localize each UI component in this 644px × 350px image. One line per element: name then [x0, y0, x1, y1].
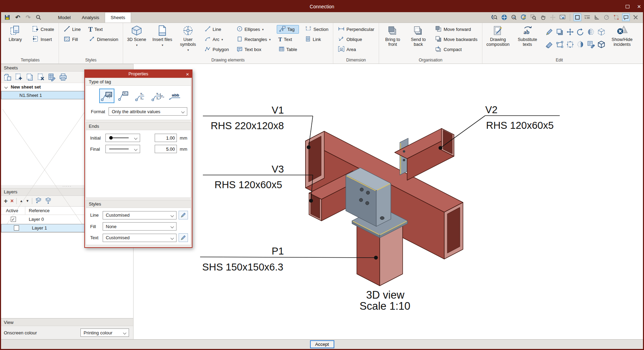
draw-line-button[interactable]: Line: [203, 25, 231, 34]
draw-rectangles-button[interactable]: Rectangles ▾: [235, 35, 273, 44]
draw-text-box-button[interactable]: Text box: [235, 45, 273, 54]
redraw-icon[interactable]: [520, 14, 527, 21]
substitute-texts-button[interactable]: ab Substitute texts: [515, 24, 540, 47]
final-end-style-select[interactable]: [105, 145, 140, 153]
drawing-composition-button[interactable]: Drawing composition: [485, 24, 511, 47]
insert-template-button[interactable]: Insert: [30, 35, 56, 44]
edit-cube-icon[interactable]: [597, 40, 606, 50]
tag-type-along-line-button[interactable]: abb: [167, 89, 182, 103]
zoom-window-icon[interactable]: [530, 14, 537, 21]
edit-duplicate-icon[interactable]: [556, 28, 564, 37]
draw-section-button[interactable]: SS Section: [303, 25, 330, 34]
insert-files-button[interactable]: Insert files ▾: [152, 24, 173, 48]
protractor-toggle-icon[interactable]: [603, 14, 610, 21]
new-sheet-set-icon[interactable]: [3, 73, 12, 82]
create-template-button[interactable]: Create: [30, 25, 56, 34]
layer-active-checkbox[interactable]: ✓: [14, 225, 19, 231]
fill-style-button[interactable]: Fill: [62, 35, 83, 44]
edit-cube-dashed-icon[interactable]: [597, 28, 606, 37]
move-forward-button[interactable]: Move forward: [433, 25, 479, 34]
edit-rotate-icon[interactable]: [576, 28, 585, 37]
edit-eraser-icon[interactable]: [545, 40, 553, 50]
3d-scene-button[interactable]: 3D Scene ▾: [126, 24, 147, 48]
draw-text-button[interactable]: T Text: [277, 35, 299, 44]
bring-to-front-button[interactable]: Bring to front: [382, 24, 403, 47]
show-hide-incidents-button[interactable]: Show/Hide incidents: [611, 24, 634, 47]
search-icon[interactable]: [35, 14, 42, 21]
expander-chevron-icon[interactable]: [5, 85, 8, 89]
rectangles-dropdown-icon[interactable]: ▾: [269, 38, 271, 41]
tag-type-fraction-side-button[interactable]: T₁T₂T₃: [150, 89, 165, 103]
print-sheet-icon[interactable]: [59, 73, 68, 82]
edit-text-style-button[interactable]: [179, 233, 188, 242]
user-symbols-dropdown-icon[interactable]: ▾: [187, 48, 189, 52]
angle-toggle-icon[interactable]: [593, 14, 601, 21]
edit-mirror-icon[interactable]: [587, 28, 595, 37]
maximize-button[interactable]: [626, 5, 629, 8]
draw-tag-button[interactable]: T Tag: [277, 25, 299, 34]
compact-button[interactable]: Compact: [433, 45, 479, 54]
fill-style-select[interactable]: None: [103, 222, 177, 231]
draw-ellipses-button[interactable]: Ellipses ▾: [235, 25, 273, 34]
oblique-dimension-button[interactable]: Oblique: [336, 35, 376, 44]
edit-modify-icon[interactable]: [556, 40, 564, 50]
final-size-input[interactable]: [155, 145, 177, 153]
snap-settings-icon[interactable]: [612, 14, 620, 21]
draw-arc-button[interactable]: Arc ▾: [203, 35, 231, 44]
send-to-back-button[interactable]: Send to back: [407, 24, 429, 47]
orbit-icon[interactable]: [549, 14, 557, 21]
pan-hand-icon[interactable]: [539, 14, 547, 21]
edit-line-style-button[interactable]: [179, 211, 188, 219]
initial-size-input[interactable]: [155, 134, 177, 142]
edit-mirror-half-icon[interactable]: [576, 40, 585, 50]
initial-end-style-select[interactable]: [105, 134, 140, 142]
tag-type-single-button[interactable]: T₁: [116, 89, 131, 103]
tab-analysis[interactable]: Analysis: [76, 12, 105, 23]
onscreen-colour-select[interactable]: Printing colour: [80, 328, 129, 337]
edit-sheet-icon[interactable]: [48, 73, 57, 82]
user-symbols-button[interactable]: User symbols ▾: [177, 24, 199, 52]
ellipses-dropdown-icon[interactable]: ▾: [262, 28, 264, 31]
wireframe-toggle-icon[interactable]: [574, 14, 581, 21]
close-button[interactable]: ×: [637, 3, 641, 10]
edit-scale-icon[interactable]: [566, 40, 574, 50]
zoom-previous-icon[interactable]: [491, 14, 498, 21]
accept-button[interactable]: Accept: [310, 340, 334, 348]
draw-polygon-button[interactable]: Polygon: [203, 45, 231, 54]
drawing-canvas[interactable]: V1 RHS 220x120x8 V2 RHS 120x60x5 V3: [134, 64, 643, 339]
format-select[interactable]: Only the attribute values: [109, 107, 187, 116]
edit-style-brush-icon[interactable]: [587, 40, 595, 50]
undo-icon[interactable]: ↶: [14, 14, 21, 21]
area-dimension-button[interactable]: a Area: [336, 45, 376, 54]
dialog-close-button[interactable]: ×: [186, 70, 189, 78]
insert-files-dropdown-icon[interactable]: ▾: [162, 43, 163, 48]
zoom-all-icon[interactable]: [500, 14, 508, 21]
line-style-select[interactable]: Customised: [103, 211, 177, 219]
tools-icon[interactable]: [632, 14, 639, 21]
edit-pencil-icon[interactable]: [545, 28, 553, 37]
text-style-button[interactable]: T Text: [87, 25, 120, 34]
tag-type-fraction-button[interactable]: T₁T₂: [133, 89, 148, 103]
redo-icon[interactable]: ↷: [25, 14, 32, 21]
draw-table-button[interactable]: Table: [277, 45, 299, 54]
zoom-scale-icon[interactable]: x2: [510, 14, 518, 21]
delete-sheet-icon[interactable]: [36, 73, 45, 82]
line-style-button[interactable]: Line: [62, 25, 83, 34]
3d-scene-dropdown-icon[interactable]: ▾: [136, 43, 138, 48]
dimension-style-button[interactable]: Dimension: [87, 35, 120, 44]
save-icon[interactable]: [4, 14, 11, 21]
tab-model[interactable]: Model: [52, 12, 76, 23]
dialog-title-bar[interactable]: Properties ×: [85, 70, 192, 78]
add-sheet-icon[interactable]: [14, 73, 23, 82]
tab-sheets[interactable]: Sheets: [105, 12, 131, 23]
tag-type-attributes-button[interactable]: [99, 89, 114, 103]
draw-link-button[interactable]: Link: [303, 35, 330, 44]
edit-move-icon[interactable]: [566, 28, 574, 37]
arc-dropdown-icon[interactable]: ▾: [222, 38, 223, 41]
comments-toggle-icon[interactable]: [622, 14, 630, 21]
text-style-select[interactable]: Customised: [103, 234, 177, 242]
move-backwards-button[interactable]: Move backwards: [433, 35, 479, 44]
perpendicular-dimension-button[interactable]: Perpendicular: [336, 25, 376, 34]
dimensions-toggle-icon[interactable]: 1.00: [583, 14, 591, 21]
library-button[interactable]: Library: [5, 24, 26, 42]
